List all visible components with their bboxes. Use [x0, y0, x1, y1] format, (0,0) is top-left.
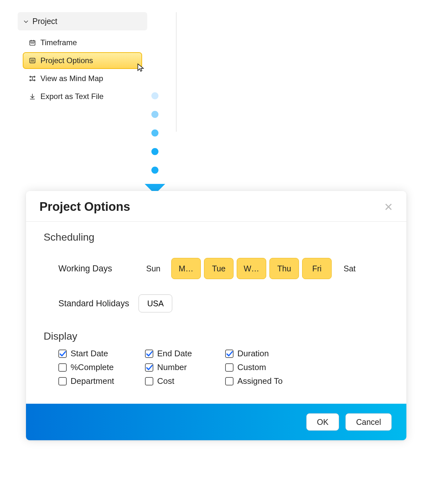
- menu-item-timeframe[interactable]: Timeframe: [23, 34, 142, 51]
- svg-point-6: [33, 43, 34, 43]
- check-label: Department: [71, 376, 114, 386]
- dialog-header: Project Options ✕: [26, 191, 406, 222]
- section-title-display: Display: [44, 330, 389, 342]
- menu-item-export-text[interactable]: Export as Text File: [23, 88, 142, 105]
- check-custom[interactable]: Custom: [225, 362, 309, 372]
- dialog-body: Scheduling Working Days Sun M… Tue W… Th…: [26, 222, 406, 404]
- options-icon: [28, 56, 37, 65]
- check-label: Start Date: [71, 349, 108, 359]
- menu-item-label: Project Options: [40, 56, 93, 65]
- checkbox-icon: [58, 377, 67, 385]
- day-mon[interactable]: M…: [171, 258, 201, 279]
- svg-point-12: [30, 80, 31, 81]
- trail-dot: [151, 148, 158, 155]
- checkbox-icon: [225, 350, 233, 358]
- day-sat[interactable]: Sat: [335, 258, 364, 279]
- menu-header-project[interactable]: Project: [18, 12, 147, 30]
- check-assigned-to[interactable]: Assigned To: [225, 376, 309, 386]
- trail-dot: [151, 92, 158, 99]
- check-number[interactable]: Number: [145, 362, 222, 372]
- download-icon: [28, 92, 37, 101]
- check-label: %Complete: [71, 362, 114, 372]
- svg-point-5: [32, 43, 32, 43]
- project-options-dialog: Project Options ✕ Scheduling Working Day…: [26, 191, 406, 440]
- check-label: Number: [157, 362, 187, 372]
- menu-header-label: Project: [32, 17, 57, 26]
- trail-dot: [151, 167, 158, 174]
- trail-dot: [151, 111, 158, 118]
- check-label: Custom: [237, 362, 266, 372]
- working-days-group: Sun M… Tue W… Thu Fri Sat: [139, 258, 364, 279]
- close-icon[interactable]: ✕: [384, 202, 393, 212]
- mindmap-icon: [28, 74, 37, 83]
- calendar-icon: [28, 38, 37, 47]
- check-percent-complete[interactable]: %Complete: [58, 362, 142, 372]
- holiday-value: USA: [147, 299, 164, 308]
- check-label: Duration: [237, 349, 269, 359]
- row-standard-holidays: Standard Holidays USA: [44, 294, 389, 312]
- check-label: Assigned To: [237, 376, 283, 386]
- check-label: Cost: [157, 376, 174, 386]
- checkbox-icon: [58, 363, 67, 372]
- section-title-scheduling: Scheduling: [44, 231, 389, 243]
- menu-item-view-mind-map[interactable]: View as Mind Map: [23, 70, 142, 87]
- svg-point-13: [34, 76, 35, 78]
- checkbox-icon: [225, 377, 233, 385]
- menu-item-label: Export as Text File: [40, 92, 104, 101]
- checkbox-icon: [145, 363, 153, 372]
- row-working-days: Working Days Sun M… Tue W… Thu Fri Sat: [44, 258, 389, 279]
- day-thu[interactable]: Thu: [269, 258, 299, 279]
- display-checks-grid: Start Date End Date Duration %Complete N…: [44, 349, 389, 386]
- trail-dot: [151, 129, 158, 136]
- svg-point-4: [31, 43, 31, 43]
- check-department[interactable]: Department: [58, 376, 142, 386]
- working-days-label: Working Days: [58, 264, 139, 274]
- check-start-date[interactable]: Start Date: [58, 349, 142, 359]
- day-tue[interactable]: Tue: [204, 258, 233, 279]
- standard-holidays-label: Standard Holidays: [58, 299, 139, 309]
- checkbox-icon: [145, 377, 153, 385]
- day-fri[interactable]: Fri: [302, 258, 332, 279]
- dialog-footer: OK Cancel: [26, 404, 406, 440]
- check-duration[interactable]: Duration: [225, 349, 309, 359]
- svg-point-14: [34, 80, 35, 81]
- arrow-trail: [145, 87, 165, 194]
- dialog-title: Project Options: [39, 200, 130, 214]
- checkbox-icon: [58, 350, 67, 358]
- checkbox-icon: [225, 363, 233, 372]
- svg-point-11: [30, 76, 31, 78]
- menu-item-label: View as Mind Map: [40, 74, 103, 83]
- check-label: End Date: [157, 349, 192, 359]
- menu-item-project-options[interactable]: Project Options: [23, 52, 142, 69]
- day-wed[interactable]: W…: [237, 258, 266, 279]
- check-cost[interactable]: Cost: [145, 376, 222, 386]
- holiday-select[interactable]: USA: [139, 294, 172, 312]
- day-sun[interactable]: Sun: [139, 258, 168, 279]
- checkbox-icon: [145, 350, 153, 358]
- cancel-button[interactable]: Cancel: [345, 413, 392, 431]
- chevron-down-icon: [23, 19, 29, 24]
- menu-item-label: Timeframe: [40, 38, 77, 47]
- ok-button[interactable]: OK: [306, 413, 339, 431]
- check-end-date[interactable]: End Date: [145, 349, 222, 359]
